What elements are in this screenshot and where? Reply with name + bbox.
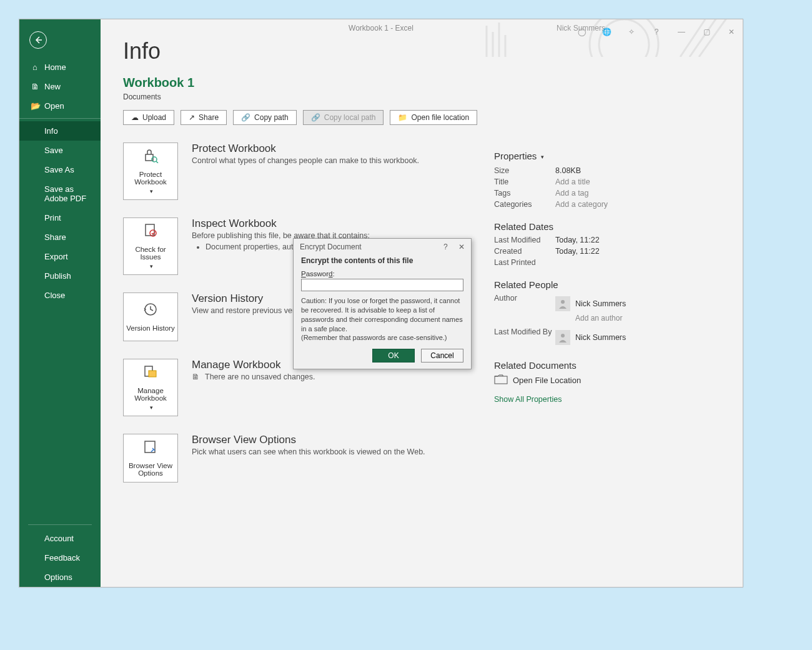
dialog-close-icon[interactable]: ✕ (458, 242, 465, 251)
property-row-last-printed: Last Printed (494, 258, 700, 267)
browser-view-options-tile[interactable]: Browser View Options (123, 434, 178, 482)
svg-rect-12 (495, 376, 507, 384)
copy-path-button[interactable]: 🔗Copy path (233, 110, 297, 125)
add-author-link[interactable]: Add an author (575, 314, 622, 322)
svg-rect-9 (145, 441, 155, 452)
tile-label: Version History (126, 324, 174, 332)
sidebar-item-print[interactable]: Print (19, 208, 101, 228)
chevron-down-icon: ▾ (150, 404, 153, 411)
cancel-button[interactable]: Cancel (421, 349, 463, 362)
open-file-location-button[interactable]: 📁Open file location (390, 110, 477, 125)
upload-button[interactable]: ☁Upload (123, 110, 174, 125)
file-action-row: ☁Upload ↗Share 🔗Copy path 🔗Copy local pa… (123, 110, 720, 125)
sidebar-item-home[interactable]: ⌂ Home (19, 58, 101, 77)
section-desc: Control what types of changes people can… (192, 156, 419, 165)
avatar-icon (555, 296, 570, 311)
copy-local-path-button: 🔗Copy local path (303, 110, 384, 125)
sidebar-item-feedback[interactable]: Feedback (28, 548, 92, 568)
sidebar-item-save-adobe-pdf[interactable]: Save as Adobe PDF (19, 179, 101, 208)
sidebar-item-share[interactable]: Share (19, 228, 101, 247)
dialog-title: Encrypt Document (300, 242, 362, 251)
sidebar-label: Save As (44, 165, 74, 174)
tile-label: Check for Issues (126, 246, 175, 261)
ok-button[interactable]: OK (372, 349, 415, 362)
dialog-button-row: OK Cancel (301, 349, 463, 362)
folder-icon (494, 374, 508, 386)
author-person[interactable]: Nick Summers (555, 296, 626, 311)
sidebar-label: Open (44, 101, 64, 111)
app-window: Workbook 1 - Excel Nick Summers ◯ 🌐 ✧ ? … (19, 19, 743, 588)
sidebar-label: New (44, 82, 61, 91)
related-people-header: Related People (494, 279, 700, 290)
sidebar-item-account[interactable]: Account (28, 529, 92, 548)
properties-header[interactable]: Properties ▾ (494, 151, 700, 161)
person-name: Nick Summers (575, 333, 626, 342)
password-label: Password: (301, 270, 463, 278)
password-input[interactable] (301, 279, 463, 291)
property-row-last-modified: Last ModifiedToday, 11:22 (494, 236, 700, 244)
share-button[interactable]: ↗Share (181, 110, 227, 125)
sidebar-item-save[interactable]: Save (19, 141, 101, 160)
sidebar-item-export[interactable]: Export (19, 247, 101, 266)
properties-panel: Properties ▾ Size8.08KB TitleAdd a title… (494, 151, 700, 404)
link-label: Open File Location (513, 376, 581, 385)
browser-view-section: Browser View Options Browser View Option… (123, 434, 720, 482)
sidebar-item-close[interactable]: Close (19, 286, 101, 305)
svg-point-11 (561, 334, 565, 338)
back-button[interactable] (29, 31, 47, 49)
check-for-issues-tile[interactable]: Check for Issues▾ (123, 218, 178, 275)
sidebar-item-options[interactable]: Options (28, 568, 92, 587)
avatar-icon (555, 330, 570, 345)
sidebar-label: Save (44, 146, 63, 155)
link-icon: 🔗 (241, 113, 250, 122)
sidebar-item-save-as[interactable]: Save As (19, 160, 101, 179)
document-check-icon (142, 223, 159, 242)
dialog-caution-text: Caution: If you lose or forget the passw… (301, 296, 463, 342)
document-small-icon: 🗎 (192, 372, 200, 381)
sidebar-bottom-group: Account Feedback Options (28, 524, 92, 587)
dialog-help-icon[interactable]: ? (443, 242, 448, 251)
sidebar-label: Export (44, 252, 68, 261)
sidebar-label: Print (44, 213, 61, 222)
show-all-properties-link[interactable]: Show All Properties (494, 395, 562, 404)
tile-label: Browser View Options (126, 462, 175, 477)
section-header: Inspect Workbook (192, 218, 396, 230)
property-row-categories[interactable]: CategoriesAdd a category (494, 200, 700, 209)
chevron-down-icon: ▾ (150, 263, 153, 269)
chevron-down-icon: ▾ (541, 154, 544, 160)
svg-point-3 (152, 157, 157, 162)
button-label: Open file location (411, 113, 469, 122)
folder-icon: 📁 (398, 113, 407, 122)
property-row-title[interactable]: TitleAdd a title (494, 178, 700, 186)
share-icon: ↗ (189, 113, 195, 122)
sidebar-item-new[interactable]: 🗎 New (19, 77, 101, 96)
document-title: Workbook 1 (123, 76, 720, 90)
protect-workbook-tile[interactable]: Protect Workbook▾ (123, 142, 178, 200)
back-arrow-icon (34, 36, 42, 44)
browser-view-icon (142, 439, 159, 458)
open-file-location-link[interactable]: Open File Location (494, 374, 700, 386)
chevron-down-icon: ▾ (150, 188, 153, 194)
document-folder-icon (142, 364, 159, 383)
version-history-tile[interactable]: Version History (123, 292, 178, 341)
button-label: Upload (142, 113, 166, 122)
manage-workbook-tile[interactable]: Manage Workbook▾ (123, 359, 178, 416)
property-row-tags[interactable]: TagsAdd a tag (494, 189, 700, 198)
section-header: Browser View Options (192, 434, 425, 446)
sidebar-item-info[interactable]: Info (19, 121, 101, 141)
sidebar-item-open[interactable]: 📂 Open (19, 96, 101, 116)
folder-open-icon: 📂 (31, 101, 39, 111)
home-icon: ⌂ (31, 62, 39, 72)
section-header: Protect Workbook (192, 142, 419, 155)
button-label: Share (199, 113, 219, 122)
author-row: Author Nick Summers Add an author (494, 294, 700, 322)
last-modified-person[interactable]: Nick Summers (555, 330, 626, 345)
lock-search-icon (142, 148, 159, 167)
property-row-created: CreatedToday, 11:22 (494, 247, 700, 256)
sidebar-label: Save as Adobe PDF (44, 184, 92, 203)
svg-rect-8 (149, 371, 156, 377)
backstage-sidebar: ⌂ Home 🗎 New 📂 Open Info Save Save As Sa… (19, 19, 101, 587)
sidebar-item-publish[interactable]: Publish (19, 266, 101, 286)
sidebar-label: Options (44, 572, 72, 582)
section-desc: 🗎There are no unsaved changes. (192, 372, 315, 381)
